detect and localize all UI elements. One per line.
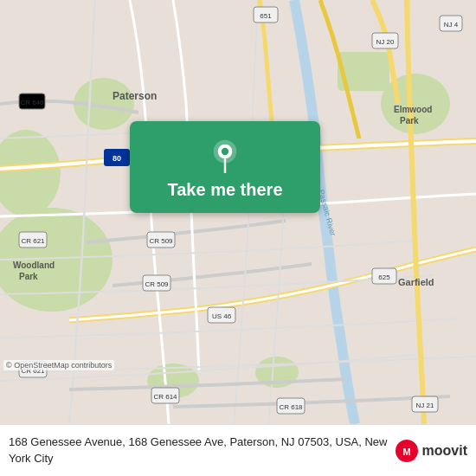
bottom-bar: 168 Genessee Avenue, 168 Genessee Ave, P…: [0, 424, 476, 476]
osm-attribution: © OpenStreetMap contributors: [3, 360, 114, 370]
svg-text:NJ 21: NJ 21: [416, 402, 434, 409]
cta-label: Take me there: [167, 180, 282, 200]
svg-text:NJ 4: NJ 4: [444, 21, 459, 29]
svg-text:Elmwood: Elmwood: [394, 105, 432, 114]
svg-text:Park: Park: [19, 272, 38, 281]
svg-text:625: 625: [378, 273, 390, 281]
svg-text:CR 509: CR 509: [149, 237, 173, 245]
moovit-text: moovit: [422, 443, 467, 459]
svg-text:NJ 20: NJ 20: [376, 38, 395, 46]
map-container: 80 Paterson: [0, 0, 476, 424]
address-text: 168 Genessee Avenue, 168 Genessee Ave, P…: [9, 434, 395, 466]
svg-text:80: 80: [113, 154, 121, 163]
moovit-logo: M moovit: [395, 439, 467, 463]
svg-text:651: 651: [260, 12, 272, 20]
svg-text:Park: Park: [400, 116, 419, 125]
svg-text:CR 614: CR 614: [153, 393, 177, 401]
svg-text:Garfield: Garfield: [398, 277, 434, 287]
location-pin-icon: [208, 138, 242, 173]
take-me-there-button[interactable]: Take me there: [130, 121, 320, 213]
moovit-icon: M: [395, 439, 419, 463]
svg-text:M: M: [402, 447, 410, 457]
svg-text:CR 646: CR 646: [20, 99, 44, 106]
svg-text:CR 509: CR 509: [145, 280, 169, 288]
svg-text:CR 621: CR 621: [21, 237, 45, 245]
svg-text:Paterson: Paterson: [113, 90, 157, 102]
svg-point-45: [222, 148, 228, 155]
svg-text:Woodland: Woodland: [13, 261, 55, 270]
svg-text:CR 618: CR 618: [279, 403, 303, 411]
svg-text:US 46: US 46: [212, 312, 232, 320]
